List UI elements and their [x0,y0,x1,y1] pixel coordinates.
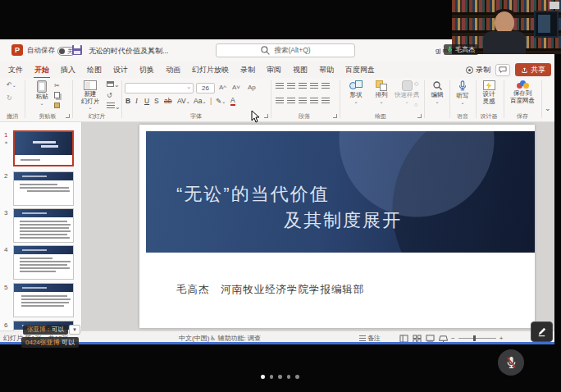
tab-录制[interactable]: 录制 [235,62,261,78]
editing-button[interactable]: 编辑⌄ [425,80,449,103]
shape-fill-icon[interactable]: ◇ [414,80,418,87]
paragraph-dialog-launcher[interactable] [333,114,337,118]
font-name-input[interactable] [125,83,194,93]
share-button[interactable]: 共享 [515,63,551,76]
save-icon[interactable] [72,45,82,55]
shrink-font-button[interactable]: A˅ [232,84,240,91]
clipboard-group-label: 剪贴板 [23,112,72,121]
notes-icon [359,335,366,341]
page-dot[interactable] [295,375,299,379]
record-button[interactable]: 录制 [466,65,490,75]
tab-视图[interactable]: 视图 [287,62,313,78]
chat-message: 0424张亚博 可以 [21,337,79,348]
page-dot[interactable] [270,375,274,379]
webcam-name-tag: 毛高杰 [444,44,478,55]
webcam-scene-box [550,2,559,9]
paste-button[interactable]: 粘贴⌄ [30,80,54,105]
tab-幻灯片放映[interactable]: 幻灯片放映 [186,62,235,78]
slide-thumbnail-3[interactable] [13,208,74,243]
undo-button[interactable]: ↶⌄ [7,81,16,89]
change-case-button[interactable]: Aa⌄ [194,97,206,105]
indent-decrease-icon[interactable] [299,83,307,89]
align-left-icon[interactable] [276,98,284,104]
section-button[interactable]: ⌄ [107,103,121,111]
format-painter-button[interactable] [54,103,60,110]
title-dropdown-icon[interactable]: ▾ [149,47,153,53]
tab-审阅[interactable]: 审阅 [261,62,287,78]
slide-thumbnail-1[interactable] [13,130,74,166]
tab-百度网盘[interactable]: 百度网盘 [340,62,381,78]
bold-button[interactable]: B [125,97,130,105]
chat-expand-button[interactable]: ▼ [69,325,80,335]
tab-帮助[interactable]: 帮助 [313,62,340,78]
mute-mic-button[interactable] [498,349,524,376]
slide-thumbnail-panel[interactable]: 1✶23456 [0,122,82,330]
bullets-icon[interactable] [276,83,284,89]
copy-button[interactable] [54,92,60,100]
shape-effects-icon[interactable]: ○ [414,102,417,107]
zoom-in-button[interactable]: + [499,335,504,342]
slide-editor[interactable]: “无讼”的当代价值 及其制度展开 毛高杰 河南牧业经济学院学报编辑部 [82,122,554,330]
search-input[interactable]: 搜索(Alt+Q) [216,43,355,57]
text-shadow-button[interactable]: S [154,97,159,105]
powerpoint-window: P 自动保存 关 无讼的时代价值及其制... ▾ 搜索(Alt+Q) gj m … [0,39,554,343]
cut-button[interactable]: ✂ [54,82,60,89]
annotation-pen-button[interactable] [531,321,553,342]
save-to-baidu-button[interactable]: 保存到 百度网盘 [507,80,538,104]
font-color-button[interactable]: A [230,97,235,106]
slide-thumbnail-2[interactable] [13,171,74,206]
page-dot[interactable] [261,375,265,379]
highlight-button[interactable]: ✎⌄ [216,97,226,105]
numbering-icon[interactable] [287,83,295,89]
design-ideas-button[interactable]: 设计 灵感 [477,80,501,105]
font-group-label: 字体 [171,112,221,121]
zoom-out-button[interactable]: − [451,335,455,342]
justify-icon[interactable] [310,98,318,104]
clear-format-button[interactable]: Ap [248,84,256,91]
arrange-button[interactable]: 排列⌄ [369,80,394,103]
webcam-person-body [483,31,526,54]
shape-outline-icon[interactable]: ✎ [414,91,419,98]
comments-button[interactable] [495,64,510,76]
drawing-dialog-launcher[interactable] [417,114,422,118]
columns-icon[interactable] [322,98,330,104]
slide-thumbnail-4[interactable] [13,245,74,280]
current-slide[interactable]: “无讼”的当代价值 及其制度展开 毛高杰 河南牧业经济学院学报编辑部 [139,125,535,328]
align-right-icon[interactable] [299,98,307,104]
slide-thumbnail-5[interactable] [13,283,74,317]
tab-绘图[interactable]: 绘图 [81,62,107,78]
layout-button[interactable]: ⌄ [107,81,120,89]
align-center-icon[interactable] [287,98,295,104]
page-dot[interactable] [287,375,291,379]
tab-插入[interactable]: 插入 [55,62,81,78]
underline-button[interactable]: U [144,97,149,105]
document-title: 无讼的时代价值及其制... [89,46,169,57]
strikethrough-button[interactable]: ab [164,97,171,105]
thumbnail-number: 6 [4,321,7,329]
microphone-icon [458,80,468,92]
shapes-button[interactable]: 形状⌄ [344,80,368,103]
page-dot[interactable] [278,375,282,379]
paragraph-row2 [276,98,330,104]
line-spacing-icon[interactable] [322,83,330,89]
redo-button[interactable]: ↻ [7,94,12,102]
font-size-input[interactable]: 26 [196,83,215,93]
design-ideas-icon [483,80,495,90]
tab-设计[interactable]: 设计 [107,62,134,78]
font-dialog-launcher[interactable] [264,114,268,118]
autosave-toggle[interactable]: 自动保存 关 [27,46,75,56]
reset-button[interactable]: ↺ [107,92,112,99]
grow-font-button[interactable]: A^ [219,84,226,91]
italic-button[interactable]: I [135,97,138,105]
tab-文件[interactable]: 文件 [2,62,29,78]
char-spacing-button[interactable]: AV⌄ [177,97,190,105]
zoom-slider[interactable] [458,338,496,339]
tab-开始[interactable]: 开始 [29,62,55,78]
tab-动画[interactable]: 动画 [160,62,186,78]
page-dots[interactable] [261,375,299,379]
indent-increase-icon[interactable] [310,83,318,89]
ribbon-collapse-icon[interactable]: ⌄ [545,104,551,112]
dictate-button[interactable]: 听写⌄ [450,80,475,104]
new-slide-button[interactable]: 新建 幻灯片⌄ [76,80,104,109]
tab-切换[interactable]: 切换 [134,62,160,78]
